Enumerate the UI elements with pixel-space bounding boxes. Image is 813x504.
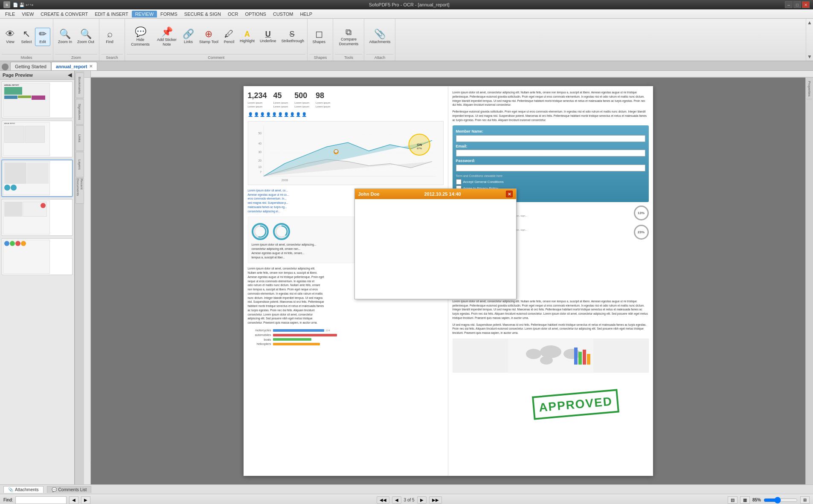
stat-label-2: Lorem ipsumLorem ipsum: [273, 101, 288, 108]
menu-options[interactable]: OPTIONS: [241, 11, 270, 17]
accept-conditions-checkbox[interactable]: [456, 179, 462, 185]
email-input[interactable]: [456, 150, 645, 156]
ribbon-collapse-up[interactable]: ▲: [807, 20, 812, 26]
view-mode-btn-1[interactable]: ▤: [728, 496, 738, 504]
strikethrough-icon: S: [289, 30, 294, 38]
stamp-tool-button[interactable]: ⊕ Stamp Tool: [197, 28, 221, 46]
menu-review[interactable]: REVIEW: [132, 11, 157, 17]
page-current: 3: [404, 498, 406, 502]
view-mode-btn-2[interactable]: ▦: [740, 496, 750, 504]
stat-number-4: 98: [316, 90, 324, 101]
comments-list-tab[interactable]: 💬 Comments List: [47, 486, 92, 493]
stat-500: 500 Lorem ipsumLorem ipsum: [294, 90, 309, 108]
ribbon-search-section: ⌕ Find Search: [99, 19, 125, 61]
menu-ocr[interactable]: OCR: [224, 11, 241, 17]
member-name-input[interactable]: [456, 135, 645, 142]
ribbon-zoom-tools: 🔍 Zoom In 🔍 Zoom Out: [55, 20, 97, 54]
popup-close-button[interactable]: ✕: [506, 191, 513, 197]
page-thumb-3[interactable]: [2, 160, 73, 197]
find-prev-button[interactable]: ◀: [69, 496, 78, 504]
page-thumb-2[interactable]: ANNUAL REPORT: [2, 121, 73, 157]
properties-tab[interactable]: Properties: [807, 78, 812, 99]
strikethrough-button[interactable]: S Strikethrough: [279, 29, 305, 45]
close-button[interactable]: ✕: [802, 1, 810, 8]
links-tab[interactable]: Links: [75, 125, 84, 151]
doc-right-text-2: Pellentesque euismod gravida sollicitudi…: [453, 110, 649, 122]
last-page-button[interactable]: ▶▶: [429, 496, 442, 504]
stat-label-4: Lorem ipsumLorem ipsum: [316, 101, 331, 108]
stat-label-3: Lorem ipsumLorem ipsum: [294, 101, 309, 108]
prev-page-button[interactable]: ◀: [392, 496, 401, 504]
app-title: SofoPDF5 Pro - OCR - [annual_report]: [33, 2, 785, 7]
page-thumb-4[interactable]: [2, 199, 73, 236]
svg-text:97%: 97%: [417, 147, 422, 150]
next-page-button[interactable]: ▶: [417, 496, 427, 504]
panel-collapse-icon[interactable]: ◀: [68, 72, 72, 78]
progress-circle-2: [273, 223, 290, 240]
pencil-button[interactable]: 🖊 Pencil: [221, 28, 237, 46]
attachments-tab[interactable]: 📎 Attachments: [3, 486, 44, 493]
annotation-popup[interactable]: John Doe 2012.10.25 14:40 ✕: [354, 188, 517, 299]
bookmarks-tab[interactable]: Bookmarks: [75, 72, 84, 98]
svg-rect-2: [84, 78, 91, 461]
window-controls[interactable]: – □ ✕: [785, 1, 810, 8]
stat-label-1: Lorem ipsumLorem ipsum: [248, 101, 263, 108]
signatures-tab[interactable]: Signatures: [75, 99, 84, 125]
links-icon: 🔗: [183, 29, 194, 39]
shapes-button[interactable]: ◻ Shapes: [310, 28, 328, 46]
menu-view[interactable]: VIEW: [18, 11, 37, 17]
zoom-in-button[interactable]: 🔍 Zoom In: [56, 28, 74, 46]
sticker-icon: 📌: [161, 27, 173, 37]
hide-comments-button[interactable]: 💬 Hide Comments: [128, 26, 153, 49]
menu-file[interactable]: FILE: [2, 11, 18, 17]
document-canvas[interactable]: 1,234 Lorem ipsumLorem ipsum 45 Lorem ip…: [91, 78, 805, 484]
svg-text:2008: 2008: [281, 179, 287, 182]
ribbon-collapse-down[interactable]: ▼: [807, 54, 812, 60]
zoom-out-label: Zoom Out: [77, 40, 94, 44]
zoom-slider[interactable]: [764, 497, 798, 504]
timeline-2009: 2009: [501, 221, 630, 227]
menu-create[interactable]: CREATE & CONVERT: [37, 11, 91, 17]
password-input[interactable]: [456, 165, 645, 171]
menu-forms[interactable]: FORMS: [157, 11, 181, 17]
find-input[interactable]: [15, 496, 67, 504]
menu-secure[interactable]: SECURE & SIGN: [181, 11, 224, 17]
chart-annotation-marker[interactable]: 💬: [334, 149, 339, 154]
view-button[interactable]: 👁 View: [3, 28, 18, 46]
comments-icon-bottom: 💬: [52, 487, 57, 492]
attachments-button[interactable]: 📎 Attachments: [367, 28, 392, 46]
maximize-button[interactable]: □: [793, 1, 801, 8]
zoom-out-button[interactable]: 🔍 Zoom Out: [75, 28, 96, 46]
page-thumb-5[interactable]: [2, 238, 73, 275]
select-icon: ↖: [23, 29, 30, 39]
world-map-svg: [453, 339, 648, 373]
recent-docs-tab[interactable]: Recent Documents: [75, 178, 84, 204]
zoom-fit-button[interactable]: ⊞: [800, 496, 810, 504]
edit-button[interactable]: ✏ Edit: [35, 28, 50, 46]
tab-getting-started[interactable]: Getting Started: [10, 62, 51, 70]
compare-documents-button[interactable]: ⧉ Compare Documents: [336, 26, 361, 48]
ribbon-tools-tools: ⧉ Compare Documents: [335, 20, 362, 54]
find-next-button[interactable]: ▶: [81, 496, 90, 504]
underline-button[interactable]: U Underline: [258, 29, 279, 45]
minimize-button[interactable]: –: [785, 1, 793, 8]
add-sticker-button[interactable]: 📌 Add Sticker Note: [154, 26, 180, 49]
accept-conditions-row: Accept General Conditions: [456, 179, 645, 185]
bar-fill-boats: [273, 338, 311, 341]
menu-help[interactable]: HELP: [296, 11, 316, 17]
highlight-button[interactable]: A Highlight: [238, 29, 257, 45]
page-thumb-1[interactable]: ANNUAL REPORT: [2, 81, 73, 118]
select-button[interactable]: ↖ Select: [19, 28, 34, 46]
shapes-label: Shapes: [312, 40, 325, 44]
find-button[interactable]: ⌕ Find: [102, 28, 117, 46]
bar-label-automobiles: automobiles: [248, 333, 271, 337]
links-button[interactable]: 🔗 Links: [180, 28, 196, 46]
modes-label: Modes: [2, 54, 51, 61]
tab-annual-report[interactable]: annual_report ✕: [51, 62, 97, 70]
menu-custom[interactable]: CUSTOM: [270, 11, 296, 17]
first-page-button[interactable]: ◀◀: [377, 496, 389, 504]
menu-edit[interactable]: EDIT & INSERT: [91, 11, 131, 17]
layers-tab[interactable]: Layers: [75, 152, 84, 177]
ribbon-shapes-section: ◻ Shapes Shapes: [308, 19, 333, 61]
tab-close-icon[interactable]: ✕: [89, 64, 93, 69]
